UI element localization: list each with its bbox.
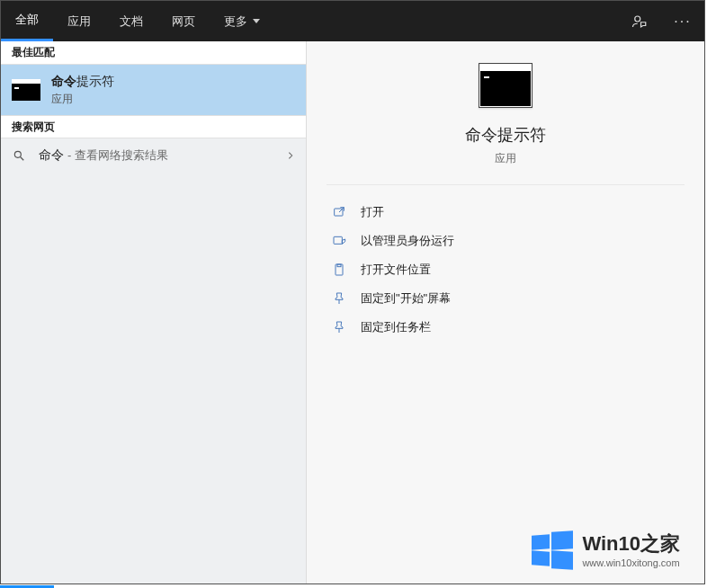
feedback-icon[interactable] — [618, 1, 661, 41]
action-label: 以管理员身份运行 — [361, 233, 454, 249]
tab-web[interactable]: 网页 — [157, 1, 210, 41]
svg-point-0 — [635, 16, 640, 22]
tab-apps[interactable]: 应用 — [53, 1, 105, 41]
result-title: 命令提示符 — [51, 74, 114, 90]
detail-category: 应用 — [495, 151, 516, 166]
search-web-header: 搜索网页 — [1, 115, 306, 138]
best-match-header: 最佳匹配 — [1, 41, 306, 65]
folder-icon — [330, 261, 348, 279]
web-query: 命令 — [39, 147, 64, 164]
tab-more[interactable]: 更多 — [210, 1, 274, 41]
pin-icon — [330, 290, 348, 307]
action-label: 固定到任务栏 — [361, 319, 431, 335]
windows-logo-icon — [532, 531, 573, 567]
more-options-icon[interactable]: ··· — [661, 1, 704, 41]
svg-rect-4 — [334, 236, 342, 244]
action-label: 打开 — [361, 204, 384, 220]
chevron-right-icon — [286, 149, 295, 163]
detail-title: 命令提示符 — [465, 124, 546, 146]
action-label: 固定到"开始"屏幕 — [361, 290, 451, 307]
search-icon — [12, 148, 26, 163]
search-web-row[interactable]: 命令 - 查看网络搜索结果 — [1, 138, 306, 173]
result-category: 应用 — [51, 92, 114, 107]
tab-docs[interactable]: 文档 — [105, 1, 157, 41]
action-label: 打开文件位置 — [361, 262, 431, 278]
pin-icon — [330, 318, 348, 336]
results-panel: 最佳匹配 命令提示符 应用 搜索网页 命令 - 查看网络搜索结果 — [1, 41, 307, 584]
actions-list: 打开 以管理员身份运行 打开文件位置 — [307, 185, 704, 354]
cmd-icon-large — [479, 63, 532, 108]
action-open[interactable]: 打开 — [327, 198, 685, 227]
open-icon — [330, 203, 348, 221]
action-pin-start[interactable]: 固定到"开始"屏幕 — [327, 284, 685, 313]
cmd-icon — [12, 79, 40, 101]
detail-panel: 命令提示符 应用 打开 以管理员身份运行 — [307, 41, 704, 584]
result-cmd-prompt[interactable]: 命令提示符 应用 — [1, 65, 306, 115]
watermark: Win10之家 www.win10xitong.com — [532, 530, 680, 568]
svg-rect-5 — [336, 264, 343, 275]
action-open-location[interactable]: 打开文件位置 — [327, 255, 685, 284]
tab-all[interactable]: 全部 — [1, 1, 53, 41]
shield-run-icon — [330, 232, 348, 250]
action-pin-taskbar[interactable]: 固定到任务栏 — [327, 313, 685, 342]
action-run-admin[interactable]: 以管理员身份运行 — [327, 227, 685, 255]
web-hint: - 查看网络搜索结果 — [67, 147, 168, 164]
search-tabs: 全部 应用 文档 网页 更多 ··· — [1, 1, 704, 41]
svg-rect-6 — [337, 264, 341, 267]
svg-point-1 — [14, 151, 21, 157]
svg-line-2 — [21, 157, 24, 161]
